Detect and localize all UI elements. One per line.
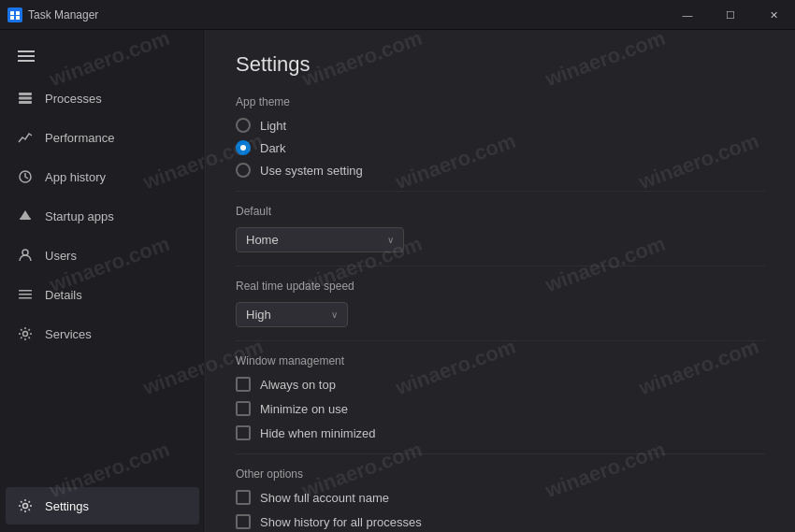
- checkbox-show-full-account[interactable]: Show full account name: [236, 490, 765, 505]
- details-icon: [17, 286, 34, 303]
- sidebar-item-app-history[interactable]: App history: [6, 158, 199, 195]
- services-icon: [17, 325, 34, 342]
- default-value: Home: [246, 233, 279, 247]
- checkbox-label-show-full-account: Show full account name: [260, 491, 389, 505]
- window-controls: — ☐ ✕: [666, 0, 795, 30]
- svg-rect-6: [19, 97, 32, 100]
- checkbox-minimize-on-use[interactable]: Minimize on use: [236, 401, 765, 416]
- radio-circle-light: [236, 118, 251, 133]
- sidebar-performance-label: Performance: [45, 131, 114, 145]
- svg-point-15: [23, 332, 28, 337]
- checkbox-box-hide-when-minimized: [236, 425, 251, 440]
- checkbox-always-on-top[interactable]: Always on top: [236, 377, 765, 392]
- other-options-label: Other options: [236, 467, 765, 481]
- performance-icon: [17, 129, 34, 146]
- svg-rect-4: [16, 16, 20, 20]
- page-title: Settings: [236, 52, 765, 77]
- maximize-button[interactable]: ☐: [709, 0, 752, 30]
- default-label: Default: [236, 205, 765, 218]
- svg-rect-12: [19, 290, 32, 292]
- sidebar-settings-label: Settings: [45, 499, 89, 513]
- radio-dark[interactable]: Dark: [236, 140, 765, 155]
- sidebar-item-performance[interactable]: Performance: [6, 119, 199, 156]
- radio-light-label: Light: [260, 119, 286, 133]
- window-mgmt-group: Always on top Minimize on use Hide when …: [236, 377, 765, 440]
- sidebar: Processes Performance App history: [0, 30, 206, 532]
- svg-marker-10: [21, 210, 30, 218]
- divider-4: [236, 453, 765, 454]
- default-dropdown-arrow: ∨: [387, 235, 394, 245]
- sidebar-item-users[interactable]: Users: [6, 237, 199, 274]
- checkbox-label-minimize-on-use: Minimize on use: [260, 402, 348, 416]
- radio-circle-dark: [236, 140, 251, 155]
- app-history-icon: [17, 168, 34, 185]
- sidebar-startup-label: Startup apps: [45, 209, 114, 223]
- svg-rect-14: [19, 297, 32, 299]
- checkbox-box-show-history: [236, 514, 251, 529]
- realtime-value: High: [246, 308, 271, 322]
- divider-3: [236, 340, 765, 341]
- titlebar: Task Manager — ☐ ✕: [0, 0, 795, 30]
- divider-2: [236, 266, 765, 266]
- sidebar-details-label: Details: [45, 288, 82, 302]
- app-theme-radio-group: Light Dark Use system setting: [236, 118, 765, 178]
- checkbox-label-show-history: Show history for all processes: [260, 515, 422, 529]
- checkbox-box-always-on-top: [236, 377, 251, 392]
- checkbox-box-minimize-on-use: [236, 401, 251, 416]
- startup-icon: [17, 208, 34, 224]
- svg-rect-5: [19, 93, 32, 95]
- app-theme-label: App theme: [236, 95, 765, 108]
- sidebar-item-settings[interactable]: Settings: [6, 487, 199, 525]
- svg-rect-7: [19, 101, 32, 104]
- sidebar-item-processes[interactable]: Processes: [6, 79, 199, 117]
- app-container: Processes Performance App history: [0, 30, 795, 532]
- processes-icon: [17, 90, 34, 107]
- sidebar-app-history-label: App history: [45, 170, 106, 184]
- radio-light[interactable]: Light: [236, 118, 765, 133]
- hamburger-icon: [18, 55, 35, 57]
- radio-dark-label: Dark: [260, 141, 285, 155]
- sidebar-processes-label: Processes: [45, 92, 102, 106]
- hamburger-button[interactable]: [7, 37, 45, 75]
- svg-rect-2: [16, 11, 20, 15]
- main-content: Settings App theme Light Dark Use system…: [206, 30, 795, 532]
- realtime-dropdown-arrow: ∨: [331, 309, 338, 320]
- checkbox-label-always-on-top: Always on top: [260, 378, 336, 392]
- close-button[interactable]: ✕: [752, 0, 795, 30]
- sidebar-services-label: Services: [45, 327, 92, 341]
- checkbox-show-history[interactable]: Show history for all processes: [236, 514, 765, 529]
- svg-point-16: [23, 504, 28, 509]
- svg-point-11: [22, 250, 28, 255]
- checkbox-box-show-full-account: [236, 490, 251, 505]
- svg-rect-1: [10, 11, 14, 15]
- minimize-button[interactable]: —: [666, 0, 709, 30]
- realtime-dropdown[interactable]: High ∨: [236, 302, 348, 327]
- settings-icon: [17, 497, 34, 514]
- sidebar-item-details[interactable]: Details: [6, 276, 199, 313]
- sidebar-users-label: Users: [45, 249, 77, 263]
- users-icon: [17, 247, 34, 264]
- checkbox-hide-when-minimized[interactable]: Hide when minimized: [236, 425, 765, 440]
- svg-rect-13: [19, 294, 32, 295]
- app-icon: [7, 7, 22, 22]
- checkbox-label-hide-when-minimized: Hide when minimized: [260, 426, 376, 440]
- radio-circle-system: [236, 163, 251, 178]
- realtime-label: Real time update speed: [236, 280, 765, 293]
- default-dropdown[interactable]: Home ∨: [236, 227, 404, 252]
- divider-1: [236, 191, 765, 192]
- svg-rect-0: [7, 7, 22, 22]
- other-options-group: Show full account name Show history for …: [236, 490, 765, 529]
- sidebar-item-startup[interactable]: Startup apps: [6, 197, 199, 235]
- radio-system[interactable]: Use system setting: [236, 163, 765, 178]
- sidebar-item-services[interactable]: Services: [6, 315, 199, 352]
- window-mgmt-label: Window management: [236, 354, 765, 367]
- svg-rect-9: [20, 218, 31, 220]
- titlebar-title: Task Manager: [28, 8, 98, 22]
- svg-rect-3: [10, 16, 14, 20]
- radio-system-label: Use system setting: [260, 164, 363, 178]
